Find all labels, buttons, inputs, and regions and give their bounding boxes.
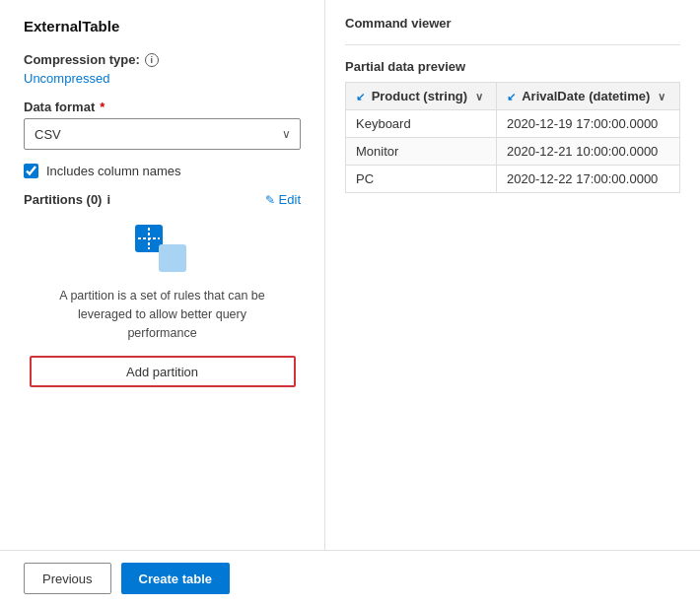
- table-cell-date: 2020-12-21 10:00:00.0000: [497, 138, 680, 166]
- col-product: ↙ Product (string) ∨: [346, 83, 497, 110]
- compression-info-icon[interactable]: i: [145, 53, 159, 67]
- previous-button[interactable]: Previous: [24, 563, 111, 594]
- preview-table: ↙ Product (string) ∨ ↙ ArivalDate (datet…: [345, 82, 680, 193]
- data-format-select-wrapper: CSV TSV JSON Parquet Avro ∨: [24, 118, 301, 150]
- table-cell-product: Keyboard: [346, 110, 497, 138]
- table-cell-date: 2020-12-22 17:00:00.0000: [497, 166, 680, 193]
- arivaldate-col-icon: ↙: [507, 91, 516, 102]
- includes-column-names-checkbox[interactable]: [24, 164, 38, 178]
- product-col-icon: ↙: [356, 91, 365, 102]
- footer: Previous Create table: [0, 550, 700, 606]
- create-table-button[interactable]: Create table: [121, 563, 230, 594]
- table-cell-product: Monitor: [346, 138, 497, 166]
- partitions-info-icon[interactable]: i: [106, 192, 110, 207]
- right-panel: Command viewer Partial data preview ↙ Pr…: [325, 0, 700, 550]
- table-cell-product: PC: [346, 166, 497, 193]
- includes-column-names-label[interactable]: Includes column names: [46, 164, 181, 178]
- left-panel: ExternalTable Compression type: i Uncomp…: [0, 0, 325, 550]
- table-cell-date: 2020-12-19 17:00:00.0000: [497, 110, 680, 138]
- required-star: *: [100, 100, 105, 114]
- edit-button[interactable]: ✎ Edit: [265, 192, 301, 207]
- compression-type-label: Compression type: i: [24, 52, 301, 67]
- divider: [345, 44, 680, 45]
- partition-description: A partition is a set of rules that can b…: [44, 287, 281, 342]
- partitions-label: Partitions (0) i: [24, 192, 110, 207]
- add-partition-button[interactable]: Add partition: [30, 356, 296, 387]
- main-content: ExternalTable Compression type: i Uncomp…: [0, 0, 700, 550]
- main-container: ExternalTable Compression type: i Uncomp…: [0, 0, 700, 606]
- table-header-row: ↙ Product (string) ∨ ↙ ArivalDate (datet…: [346, 83, 680, 110]
- col-arivaldate: ↙ ArivalDate (datetime) ∨: [497, 83, 680, 110]
- partitions-row: Partitions (0) i ✎ Edit: [24, 192, 301, 207]
- table-row: Keyboard2020-12-19 17:00:00.0000: [346, 110, 680, 138]
- partition-icon-area: A partition is a set of rules that can b…: [24, 223, 301, 342]
- panel-title: ExternalTable: [24, 18, 301, 34]
- compression-type-value: Uncompressed: [24, 71, 301, 86]
- edit-icon: ✎: [265, 193, 275, 207]
- includes-column-names-row: Includes column names: [24, 164, 301, 178]
- command-viewer-label: Command viewer: [345, 16, 680, 31]
- svg-rect-3: [159, 244, 186, 272]
- data-format-select[interactable]: CSV TSV JSON Parquet Avro: [24, 118, 301, 150]
- data-format-label: Data format *: [24, 100, 301, 114]
- partial-preview-label: Partial data preview: [345, 59, 680, 74]
- table-row: Monitor2020-12-21 10:00:00.0000: [346, 138, 680, 166]
- partition-icon: [133, 223, 192, 277]
- table-row: PC2020-12-22 17:00:00.0000: [346, 166, 680, 193]
